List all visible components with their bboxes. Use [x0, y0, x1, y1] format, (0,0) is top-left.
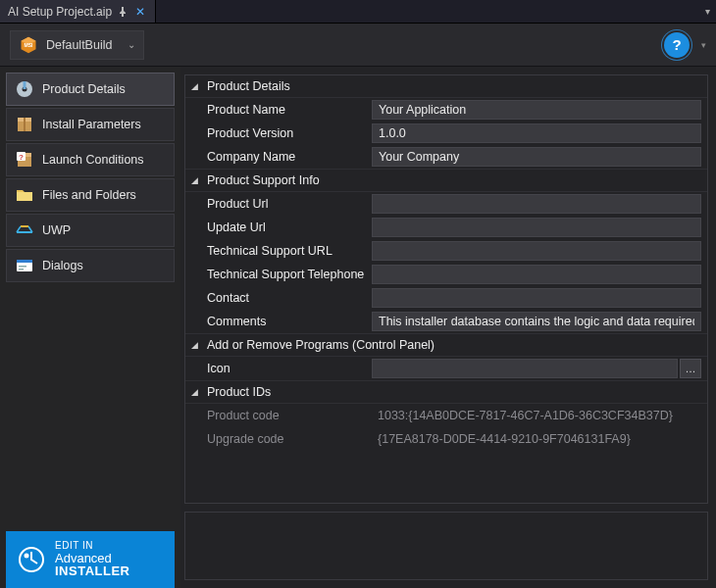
help-button[interactable]: ? — [664, 32, 690, 58]
tab-overflow-caret[interactable]: ▾ — [698, 0, 716, 23]
field-label: Update Url — [207, 220, 372, 234]
svg-text:MSI: MSI — [25, 41, 34, 47]
sidebar: Product Details Install Parameters ? Lau… — [0, 67, 180, 588]
upgrade-code-value: {17EA8178-D0DE-4414-9210-9F7046131FA9} — [372, 432, 701, 446]
dialog-icon — [15, 256, 34, 275]
row-product-url: Product Url — [185, 192, 707, 216]
section-product-ids[interactable]: ◢ Product IDs — [185, 380, 707, 404]
section-title: Product IDs — [207, 385, 271, 399]
icon-input[interactable] — [372, 359, 678, 378]
main-panel: ◢ Product Details Product Name Product V… — [180, 67, 716, 588]
folder-icon — [15, 185, 34, 205]
company-name-input[interactable] — [372, 147, 701, 167]
sidebar-item-label: Launch Conditions — [42, 153, 144, 167]
sidebar-item-install-parameters[interactable]: Install Parameters — [6, 108, 175, 141]
row-company-name: Company Name — [185, 145, 707, 169]
section-product-details[interactable]: ◢ Product Details — [185, 75, 707, 98]
row-icon: Icon … — [185, 357, 707, 380]
close-icon[interactable]: ✕ — [133, 5, 147, 19]
comments-input[interactable] — [372, 312, 701, 331]
contact-input[interactable] — [372, 288, 701, 308]
bridge-icon — [15, 220, 34, 240]
svg-rect-7 — [24, 118, 26, 131]
field-label: Technical Support Telephone — [207, 268, 372, 281]
sidebar-item-dialogs[interactable]: Dialogs — [6, 249, 175, 282]
row-product-code: Product code 1033:{14AB0DCE-7817-46C7-A1… — [185, 404, 707, 427]
description-panel — [184, 512, 708, 580]
row-product-name: Product Name — [185, 98, 707, 122]
field-label: Company Name — [207, 150, 372, 164]
svg-rect-15 — [19, 269, 24, 270]
box-icon — [15, 115, 34, 134]
msi-icon: MSI — [19, 35, 38, 55]
section-arp[interactable]: ◢ Add or Remove Programs (Control Panel) — [185, 333, 707, 357]
collapse-icon[interactable]: ◢ — [191, 387, 201, 397]
sidebar-item-label: Dialogs — [42, 259, 83, 272]
field-label: Comments — [207, 315, 372, 328]
svg-rect-14 — [19, 266, 26, 268]
row-comments: Comments — [185, 310, 707, 333]
property-grid: ◢ Product Details Product Name Product V… — [184, 74, 708, 504]
sidebar-item-product-details[interactable]: Product Details — [6, 73, 175, 106]
edit-in-advanced-installer[interactable]: EDIT IN Advanced INSTALLER — [6, 531, 175, 588]
field-label: Product Name — [207, 103, 372, 117]
field-label: Product code — [207, 409, 372, 422]
box-question-icon: ? — [15, 150, 34, 170]
sidebar-item-label: Files and Folders — [42, 188, 136, 202]
section-title: Product Details — [207, 79, 290, 93]
tech-support-tel-input[interactable] — [372, 265, 701, 284]
sidebar-item-files-and-folders[interactable]: Files and Folders — [6, 178, 175, 212]
sidebar-item-label: Product Details — [42, 82, 126, 96]
help-dropdown-caret[interactable]: ▾ — [701, 40, 706, 50]
row-tech-support-url: Technical Support URL — [185, 239, 707, 263]
build-selector[interactable]: MSI DefaultBuild ⌄ — [10, 30, 144, 60]
advanced-installer-logo-icon — [18, 546, 45, 573]
row-tech-support-tel: Technical Support Telephone — [185, 263, 707, 286]
browse-icon-button[interactable]: … — [680, 359, 701, 378]
field-label: Upgrade code — [207, 432, 372, 446]
cd-icon — [15, 79, 34, 99]
update-url-input[interactable] — [372, 218, 701, 237]
product-name-input[interactable] — [372, 100, 701, 120]
sidebar-item-label: Install Parameters — [42, 118, 141, 131]
document-tab-title: AI Setup Project.aip — [8, 5, 112, 19]
product-version-input[interactable] — [372, 123, 701, 143]
collapse-icon[interactable]: ◢ — [191, 340, 201, 350]
field-label: Icon — [207, 362, 372, 375]
field-label: Technical Support URL — [207, 244, 372, 258]
section-product-support-info[interactable]: ◢ Product Support Info — [185, 169, 707, 192]
section-title: Product Support Info — [207, 173, 320, 187]
row-upgrade-code: Upgrade code {17EA8178-D0DE-4414-9210-9F… — [185, 427, 707, 451]
sidebar-item-uwp[interactable]: UWP — [6, 214, 175, 247]
editin-line2: Advanced — [55, 552, 129, 565]
document-tab[interactable]: AI Setup Project.aip ✕ — [0, 0, 156, 23]
sidebar-item-launch-conditions[interactable]: ? Launch Conditions — [6, 143, 175, 176]
field-label: Product Version — [207, 126, 372, 140]
collapse-icon[interactable]: ◢ — [191, 175, 201, 185]
row-product-version: Product Version — [185, 122, 707, 145]
section-title: Add or Remove Programs (Control Panel) — [207, 338, 435, 352]
row-contact: Contact — [185, 286, 707, 310]
product-code-value: 1033:{14AB0DCE-7817-46C7-A1D6-36C3CF34B3… — [372, 409, 701, 422]
row-update-url: Update Url — [185, 216, 707, 239]
editin-line3: INSTALLER — [55, 564, 129, 578]
chevron-down-icon: ⌄ — [128, 39, 135, 50]
svg-text:?: ? — [19, 153, 24, 162]
sidebar-item-label: UWP — [42, 223, 71, 237]
field-label: Contact — [207, 291, 372, 305]
product-url-input[interactable] — [372, 194, 701, 214]
pin-icon[interactable] — [118, 7, 128, 17]
svg-rect-13 — [17, 260, 32, 263]
svg-point-17 — [25, 554, 29, 559]
build-label: DefaultBuild — [46, 38, 112, 52]
field-label: Product Url — [207, 197, 372, 211]
collapse-icon[interactable]: ◢ — [191, 81, 201, 91]
toolbar: MSI DefaultBuild ⌄ ? ▾ — [0, 24, 716, 67]
tech-support-url-input[interactable] — [372, 241, 701, 261]
document-tab-strip: AI Setup Project.aip ✕ ▾ — [0, 0, 716, 24]
